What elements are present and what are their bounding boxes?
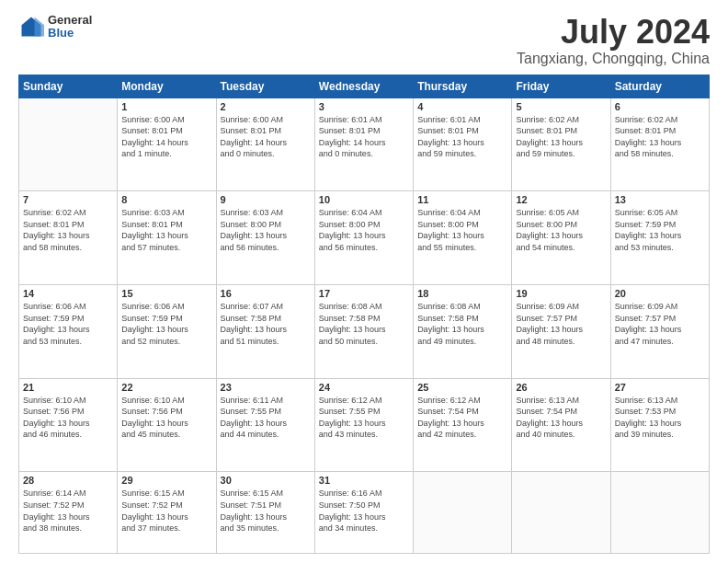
calendar-cell: 20Sunrise: 6:09 AM Sunset: 7:57 PM Dayli…	[610, 285, 709, 379]
calendar-cell: 14Sunrise: 6:06 AM Sunset: 7:59 PM Dayli…	[19, 285, 118, 379]
calendar-week-row: 7Sunrise: 6:02 AM Sunset: 8:01 PM Daylig…	[19, 191, 710, 285]
cell-info: Sunrise: 6:11 AM Sunset: 7:55 PM Dayligh…	[221, 395, 311, 441]
calendar-cell: 11Sunrise: 6:04 AM Sunset: 8:00 PM Dayli…	[414, 191, 512, 285]
cell-date-number: 30	[221, 475, 311, 486]
weekday-header-row: SundayMondayTuesdayWednesdayThursdayFrid…	[19, 75, 710, 98]
cell-info: Sunrise: 6:15 AM Sunset: 7:52 PM Dayligh…	[121, 488, 211, 534]
cell-info: Sunrise: 6:05 AM Sunset: 8:00 PM Dayligh…	[516, 207, 606, 253]
weekday-tuesday: Tuesday	[216, 75, 314, 98]
cell-date-number: 17	[319, 288, 409, 299]
calendar-week-row: 28Sunrise: 6:14 AM Sunset: 7:52 PM Dayli…	[19, 472, 710, 554]
calendar-cell: 17Sunrise: 6:08 AM Sunset: 7:58 PM Dayli…	[314, 285, 413, 379]
cell-date-number: 4	[417, 101, 507, 112]
cell-date-number: 21	[23, 382, 113, 393]
calendar-cell: 9Sunrise: 6:03 AM Sunset: 8:00 PM Daylig…	[216, 191, 314, 285]
cell-info: Sunrise: 6:06 AM Sunset: 7:59 PM Dayligh…	[121, 301, 211, 347]
calendar-cell: 25Sunrise: 6:12 AM Sunset: 7:54 PM Dayli…	[414, 378, 512, 472]
cell-date-number: 28	[23, 475, 113, 486]
weekday-friday: Friday	[512, 75, 610, 98]
calendar-cell: 19Sunrise: 6:09 AM Sunset: 7:57 PM Dayli…	[512, 285, 610, 379]
cell-info: Sunrise: 6:04 AM Sunset: 8:00 PM Dayligh…	[319, 207, 409, 253]
cell-info: Sunrise: 6:16 AM Sunset: 7:50 PM Dayligh…	[319, 488, 409, 534]
weekday-wednesday: Wednesday	[314, 75, 413, 98]
cell-info: Sunrise: 6:14 AM Sunset: 7:52 PM Dayligh…	[23, 488, 113, 534]
cell-date-number: 23	[221, 382, 311, 393]
cell-date-number: 7	[23, 194, 113, 205]
calendar-cell: 2Sunrise: 6:00 AM Sunset: 8:01 PM Daylig…	[216, 98, 314, 191]
svg-marker-1	[35, 17, 45, 37]
cell-date-number: 25	[417, 382, 507, 393]
calendar-cell: 24Sunrise: 6:12 AM Sunset: 7:55 PM Dayli…	[314, 378, 413, 472]
cell-date-number: 26	[516, 382, 606, 393]
calendar-cell: 23Sunrise: 6:11 AM Sunset: 7:55 PM Dayli…	[216, 378, 314, 472]
calendar-table: SundayMondayTuesdayWednesdayThursdayFrid…	[18, 75, 710, 554]
cell-info: Sunrise: 6:04 AM Sunset: 8:00 PM Dayligh…	[417, 207, 507, 253]
cell-info: Sunrise: 6:01 AM Sunset: 8:01 PM Dayligh…	[417, 114, 507, 160]
calendar-cell: 31Sunrise: 6:16 AM Sunset: 7:50 PM Dayli…	[314, 472, 413, 554]
cell-info: Sunrise: 6:03 AM Sunset: 8:01 PM Dayligh…	[121, 207, 211, 253]
calendar-cell: 21Sunrise: 6:10 AM Sunset: 7:56 PM Dayli…	[19, 378, 118, 472]
cell-info: Sunrise: 6:02 AM Sunset: 8:01 PM Dayligh…	[516, 114, 606, 160]
cell-date-number: 20	[615, 288, 705, 299]
cell-date-number: 29	[121, 475, 211, 486]
calendar-location: Tangxiang, Chongqing, China	[517, 51, 710, 67]
cell-date-number: 14	[23, 288, 113, 299]
title-block: July 2024 Tangxiang, Chongqing, China	[517, 14, 710, 67]
calendar-cell: 30Sunrise: 6:15 AM Sunset: 7:51 PM Dayli…	[216, 472, 314, 554]
calendar-cell: 13Sunrise: 6:05 AM Sunset: 7:59 PM Dayli…	[610, 191, 709, 285]
page-header: General Blue July 2024 Tangxiang, Chongq…	[18, 14, 710, 67]
cell-date-number: 2	[221, 101, 311, 112]
calendar-week-row: 21Sunrise: 6:10 AM Sunset: 7:56 PM Dayli…	[19, 378, 710, 472]
weekday-sunday: Sunday	[19, 75, 118, 98]
cell-date-number: 12	[516, 194, 606, 205]
calendar-cell	[19, 98, 118, 191]
calendar-cell: 8Sunrise: 6:03 AM Sunset: 8:01 PM Daylig…	[118, 191, 216, 285]
cell-date-number: 11	[417, 194, 507, 205]
weekday-saturday: Saturday	[610, 75, 709, 98]
calendar-cell: 6Sunrise: 6:02 AM Sunset: 8:01 PM Daylig…	[610, 98, 709, 191]
cell-date-number: 3	[319, 101, 409, 112]
cell-info: Sunrise: 6:05 AM Sunset: 7:59 PM Dayligh…	[615, 207, 705, 253]
weekday-thursday: Thursday	[414, 75, 512, 98]
cell-date-number: 18	[417, 288, 507, 299]
calendar-cell: 26Sunrise: 6:13 AM Sunset: 7:54 PM Dayli…	[512, 378, 610, 472]
calendar-cell: 4Sunrise: 6:01 AM Sunset: 8:01 PM Daylig…	[414, 98, 512, 191]
cell-date-number: 5	[516, 101, 606, 112]
calendar-cell: 5Sunrise: 6:02 AM Sunset: 8:01 PM Daylig…	[512, 98, 610, 191]
calendar-cell: 29Sunrise: 6:15 AM Sunset: 7:52 PM Dayli…	[118, 472, 216, 554]
cell-info: Sunrise: 6:12 AM Sunset: 7:55 PM Dayligh…	[319, 395, 409, 441]
logo: General Blue	[18, 14, 92, 40]
cell-info: Sunrise: 6:09 AM Sunset: 7:57 PM Dayligh…	[516, 301, 606, 347]
cell-info: Sunrise: 6:13 AM Sunset: 7:54 PM Dayligh…	[516, 395, 606, 441]
calendar-week-row: 1Sunrise: 6:00 AM Sunset: 8:01 PM Daylig…	[19, 98, 710, 191]
calendar-cell	[512, 472, 610, 554]
cell-date-number: 31	[319, 475, 409, 486]
cell-date-number: 6	[615, 101, 705, 112]
cell-info: Sunrise: 6:02 AM Sunset: 8:01 PM Dayligh…	[23, 207, 113, 253]
cell-info: Sunrise: 6:08 AM Sunset: 7:58 PM Dayligh…	[417, 301, 507, 347]
cell-date-number: 15	[121, 288, 211, 299]
cell-info: Sunrise: 6:10 AM Sunset: 7:56 PM Dayligh…	[23, 395, 113, 441]
calendar-cell: 10Sunrise: 6:04 AM Sunset: 8:00 PM Dayli…	[314, 191, 413, 285]
cell-date-number: 24	[319, 382, 409, 393]
cell-date-number: 19	[516, 288, 606, 299]
calendar-cell	[610, 472, 709, 554]
cell-info: Sunrise: 6:08 AM Sunset: 7:58 PM Dayligh…	[319, 301, 409, 347]
calendar-title: July 2024	[517, 14, 710, 51]
logo-icon	[18, 14, 44, 40]
cell-date-number: 9	[221, 194, 311, 205]
cell-info: Sunrise: 6:07 AM Sunset: 7:58 PM Dayligh…	[221, 301, 311, 347]
calendar-cell: 15Sunrise: 6:06 AM Sunset: 7:59 PM Dayli…	[118, 285, 216, 379]
cell-date-number: 13	[615, 194, 705, 205]
cell-date-number: 22	[121, 382, 211, 393]
calendar-week-row: 14Sunrise: 6:06 AM Sunset: 7:59 PM Dayli…	[19, 285, 710, 379]
logo-text: General Blue	[48, 14, 92, 40]
cell-info: Sunrise: 6:10 AM Sunset: 7:56 PM Dayligh…	[121, 395, 211, 441]
cell-info: Sunrise: 6:00 AM Sunset: 8:01 PM Dayligh…	[221, 114, 311, 160]
cell-info: Sunrise: 6:13 AM Sunset: 7:53 PM Dayligh…	[615, 395, 705, 441]
weekday-monday: Monday	[118, 75, 216, 98]
calendar-cell: 18Sunrise: 6:08 AM Sunset: 7:58 PM Dayli…	[414, 285, 512, 379]
cell-info: Sunrise: 6:00 AM Sunset: 8:01 PM Dayligh…	[121, 114, 211, 160]
cell-date-number: 16	[221, 288, 311, 299]
calendar-cell: 28Sunrise: 6:14 AM Sunset: 7:52 PM Dayli…	[19, 472, 118, 554]
